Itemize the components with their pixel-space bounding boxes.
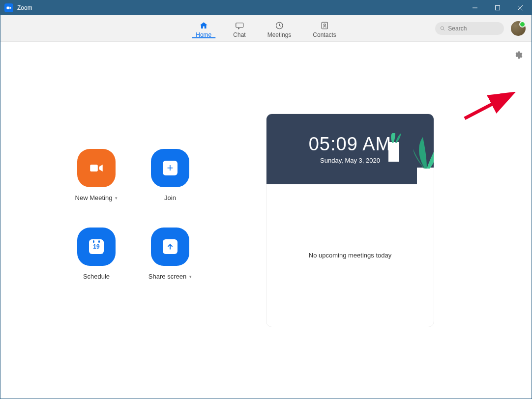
close-button[interactable] <box>509 0 532 15</box>
clock-date: Sunday, May 3, 2020 <box>320 157 380 164</box>
svg-rect-13 <box>93 240 94 243</box>
app-icon <box>4 3 13 12</box>
plant-decoration <box>388 133 434 184</box>
top-nav: Home Chat Meetings Contacts <box>0 15 532 42</box>
window-controls <box>464 0 532 15</box>
chat-icon <box>234 21 245 30</box>
tab-chat[interactable]: Chat <box>233 19 245 38</box>
plus-icon: + <box>163 161 177 175</box>
schedule-label: Schedule <box>83 273 110 280</box>
video-icon <box>88 160 105 176</box>
svg-rect-16 <box>388 142 399 162</box>
calendar-card: 05:09 AM Sunday, May 3, 2020 No upcoming… <box>266 114 434 327</box>
svg-point-8 <box>441 27 443 29</box>
new-meeting-label: New Meeting ▾ <box>75 194 118 201</box>
new-meeting-cell: New Meeting ▾ <box>59 149 133 213</box>
minimize-button[interactable] <box>464 0 486 15</box>
schedule-cell: 19 Schedule <box>59 228 133 291</box>
svg-rect-12 <box>90 165 98 171</box>
schedule-button[interactable]: 19 <box>77 228 116 266</box>
nav-tabs: Home Chat Meetings Contacts <box>196 19 336 38</box>
new-meeting-button[interactable] <box>77 149 116 187</box>
no-meetings-text: No upcoming meetings today <box>309 252 391 259</box>
share-screen-label: Share screen ▾ <box>148 273 192 280</box>
calendar-panel: 05:09 AM Sunday, May 3, 2020 No upcoming… <box>266 42 532 399</box>
chevron-down-icon[interactable]: ▾ <box>115 196 118 200</box>
svg-rect-15 <box>417 168 434 184</box>
join-button[interactable]: + <box>151 149 189 187</box>
join-label: Join <box>164 194 176 201</box>
svg-rect-14 <box>98 240 100 243</box>
titlebar: Zoom <box>0 0 532 15</box>
tab-meetings[interactable]: Meetings <box>267 19 292 38</box>
meetings-list: No upcoming meetings today <box>266 184 434 327</box>
tab-chat-label: Chat <box>233 31 245 38</box>
share-screen-cell: Share screen ▾ <box>133 228 207 291</box>
home-icon <box>198 21 209 30</box>
share-screen-button[interactable] <box>151 228 189 266</box>
share-icon <box>163 239 177 254</box>
maximize-button[interactable] <box>486 0 509 15</box>
main-content: New Meeting ▾ + Join 19 <box>0 42 532 399</box>
tab-contacts[interactable]: Contacts <box>313 19 336 38</box>
svg-point-7 <box>324 24 325 26</box>
clock-area: 05:09 AM Sunday, May 3, 2020 <box>266 114 434 184</box>
tab-meetings-label: Meetings <box>267 31 292 38</box>
app-title: Zoom <box>17 4 464 11</box>
settings-button[interactable] <box>514 51 523 59</box>
join-cell: + Join <box>133 149 207 213</box>
search-box[interactable] <box>435 22 504 35</box>
svg-line-9 <box>443 29 444 30</box>
calendar-icon: 19 <box>89 239 104 254</box>
gear-icon <box>514 51 523 59</box>
svg-rect-0 <box>7 7 10 9</box>
tab-home[interactable]: Home <box>196 19 211 38</box>
avatar[interactable] <box>511 21 526 36</box>
tab-contacts-label: Contacts <box>313 31 336 38</box>
action-panel: New Meeting ▾ + Join 19 <box>0 42 266 399</box>
svg-rect-2 <box>496 6 500 10</box>
chevron-down-icon[interactable]: ▾ <box>189 274 192 279</box>
contacts-icon <box>319 21 330 30</box>
search-icon <box>440 26 445 31</box>
app-window: Zoom Home <box>0 0 532 399</box>
clock-time: 05:09 AM <box>309 134 392 155</box>
clock-icon <box>274 21 285 30</box>
search-input[interactable] <box>448 25 499 32</box>
